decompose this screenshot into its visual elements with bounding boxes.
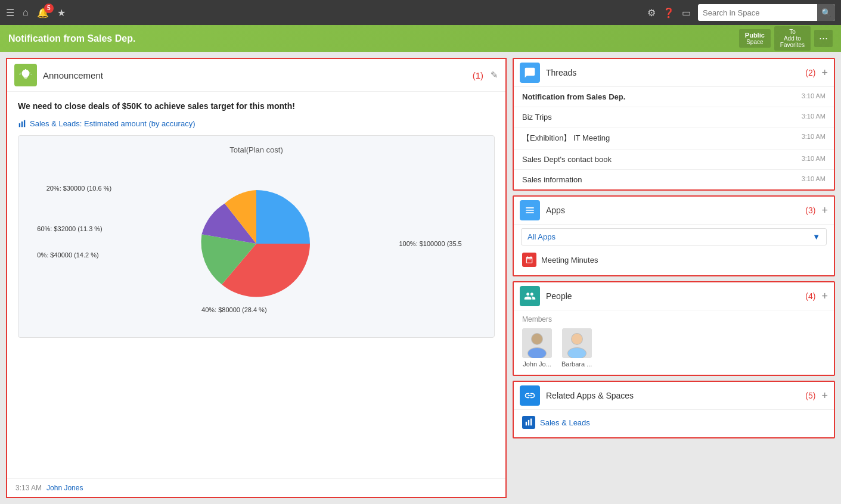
search-button[interactable]: 🔍 — [817, 4, 835, 21]
people-panel: People (4) + Members John Jo...Barbara .… — [513, 281, 835, 376]
related-title: Related Apps & Spaces — [546, 391, 805, 400]
settings-icon[interactable]: ⚙ — [647, 7, 656, 18]
threads-header: Threads (2) + — [514, 59, 834, 87]
svg-rect-1 — [21, 121, 23, 126]
member-name: John Jo... — [523, 360, 551, 368]
pie-labels: 100%: $100000 (35.5 40%: $80000 (28.4 %)… — [28, 166, 485, 321]
thread-name: Notification from Sales Dep. — [522, 92, 625, 101]
apps-header: Apps (3) + — [514, 197, 834, 225]
related-item[interactable]: Sales & Leads — [521, 413, 827, 431]
member-avatar — [522, 328, 552, 358]
threads-add-button[interactable]: + — [821, 67, 828, 79]
announcement-footer: 3:13 AM John Jones — [7, 478, 505, 497]
search-input[interactable] — [698, 8, 817, 17]
thread-time: 3:10 AM — [802, 133, 826, 144]
member-item[interactable]: Barbara ... — [561, 328, 592, 368]
announcement-panel: Announcement (1) ✎ We need to close deal… — [6, 58, 507, 498]
member-item[interactable]: John Jo... — [522, 328, 552, 368]
people-add-button[interactable]: + — [821, 290, 828, 303]
edit-icon[interactable]: ✎ — [491, 70, 498, 80]
more-options-button[interactable]: ··· — [814, 30, 833, 47]
thread-item[interactable]: Notification from Sales Dep.3:10 AM — [514, 87, 834, 107]
topbar-left: ☰ ⌂ 🔔 5 ★ — [6, 7, 640, 18]
chart-title: Total(Plan cost) — [28, 145, 485, 154]
subheader-actions: Public Space To Add to Favorites ··· — [739, 26, 833, 51]
thread-name: Biz Trips — [522, 113, 552, 122]
label-100: 100%: $100000 (35.5 — [399, 240, 462, 247]
topbar-right: ⚙ ❓ ▭ 🔍 — [647, 4, 835, 21]
people-title: People — [546, 291, 805, 301]
home-icon[interactable]: ⌂ — [23, 7, 29, 18]
thread-time: 3:10 AM — [802, 92, 826, 101]
thread-item[interactable]: Biz Trips3:10 AM — [514, 107, 834, 127]
add-to-label: Add to — [784, 35, 801, 42]
apps-icon — [520, 200, 540, 220]
app-icon-meeting — [522, 253, 536, 267]
label-0: 0%: $40000 (14.2 %) — [37, 251, 98, 259]
all-apps-label: All Apps — [527, 232, 556, 241]
add-favorites-button[interactable]: To Add to Favorites — [774, 26, 811, 51]
apps-panel: Apps (3) + All Apps ▼ Meeting Minutes — [513, 195, 835, 276]
pie-chart: 100%: $100000 (35.5 40%: $80000 (28.4 %)… — [28, 166, 485, 321]
all-apps-dropdown[interactable]: All Apps ▼ — [521, 228, 827, 245]
people-icon — [520, 286, 540, 306]
threads-number: (2) — [805, 68, 815, 77]
label-20: 20%: $30000 (10.6 %) — [46, 185, 111, 192]
help-icon[interactable]: ❓ — [663, 7, 675, 18]
chart-link[interactable]: Sales & Leads: Estimated amount (by accu… — [18, 119, 495, 128]
space-label: Space — [746, 39, 763, 45]
meeting-minutes-app[interactable]: Meeting Minutes — [521, 250, 827, 269]
chevron-down-icon: ▼ — [812, 232, 820, 241]
label-40: 40%: $80000 (28.4 %) — [201, 306, 266, 313]
related-add-button[interactable]: + — [821, 390, 828, 402]
svg-rect-15 — [530, 419, 532, 426]
threads-panel: Threads (2) + Notification from Sales De… — [513, 58, 835, 191]
announcement-body: We need to close deals of $50K to achiev… — [7, 92, 505, 478]
members-list: John Jo...Barbara ... — [522, 328, 826, 368]
announcement-header: Announcement (1) ✎ — [7, 59, 505, 92]
thread-name: Sales information — [522, 175, 582, 184]
member-name: Barbara ... — [561, 360, 592, 368]
star-icon[interactable]: ★ — [57, 7, 66, 18]
threads-title: Threads — [546, 68, 805, 77]
public-label: Public — [745, 32, 765, 39]
footer-time: 3:13 AM — [15, 484, 42, 492]
svg-rect-14 — [528, 420, 529, 425]
announcement-title: Announcement — [43, 70, 473, 80]
related-item-icon — [522, 416, 535, 429]
topbar: ☰ ⌂ 🔔 5 ★ ⚙ ❓ ▭ 🔍 — [0, 0, 841, 25]
hamburger-icon[interactable]: ☰ — [6, 7, 14, 18]
thread-item[interactable]: 【Exhibition】 IT Meeting3:10 AM — [514, 127, 834, 150]
apps-title: Apps — [546, 206, 805, 215]
to-label: To — [789, 29, 796, 35]
thread-item[interactable]: Sales information3:10 AM — [514, 170, 834, 189]
public-space-button[interactable]: Public Space — [739, 29, 771, 48]
threads-icon — [520, 63, 540, 83]
svg-point-11 — [572, 334, 582, 344]
svg-rect-0 — [19, 123, 20, 126]
related-item-name: Sales & Leads — [540, 418, 590, 427]
related-number: (5) — [805, 391, 815, 400]
thread-name: Sales Dept's contact book — [522, 155, 612, 164]
bell-wrapper: 🔔 5 — [37, 7, 49, 18]
apps-add-button[interactable]: + — [821, 204, 828, 217]
threads-list: Notification from Sales Dep.3:10 AMBiz T… — [514, 87, 834, 189]
people-body: Members John Jo...Barbara ... — [514, 310, 834, 375]
label-60: 60%: $32000 (11.3 %) — [37, 225, 102, 232]
announcement-headline: We need to close deals of $50K to achiev… — [18, 101, 495, 111]
related-icon — [520, 385, 540, 406]
thread-time: 3:10 AM — [802, 113, 826, 122]
member-avatar — [562, 328, 592, 358]
thread-item[interactable]: Sales Dept's contact book3:10 AM — [514, 150, 834, 170]
thread-time: 3:10 AM — [802, 175, 826, 184]
page-title: Notification from Sales Dep. — [8, 33, 135, 44]
svg-point-6 — [532, 334, 542, 344]
main-area: Announcement (1) ✎ We need to close deal… — [0, 52, 841, 504]
svg-rect-13 — [526, 422, 527, 425]
people-header: People (4) + — [514, 282, 834, 310]
apps-body: All Apps ▼ Meeting Minutes — [514, 225, 834, 275]
people-number: (4) — [805, 291, 815, 301]
related-panel: Related Apps & Spaces (5) + Sales & Lead… — [513, 381, 835, 438]
footer-user[interactable]: John Jones — [46, 484, 83, 492]
tablet-icon[interactable]: ▭ — [682, 7, 691, 18]
